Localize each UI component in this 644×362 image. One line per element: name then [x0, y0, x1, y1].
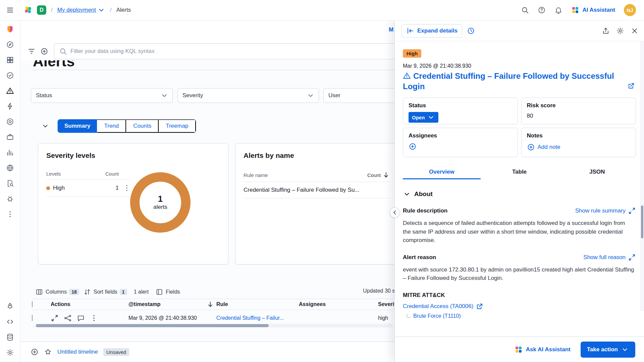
filter-sets-button[interactable]	[25, 45, 38, 58]
sidebar-item-investigations[interactable]	[6, 133, 14, 141]
sidebar-item-intelligence[interactable]	[6, 195, 14, 203]
severity-filter[interactable]: Severity	[177, 88, 319, 103]
severity-card-title: Severity levels	[46, 152, 220, 160]
fields-button[interactable]: Fields	[155, 288, 180, 296]
expand-details-button[interactable]: Expand details	[401, 24, 462, 38]
mitre-tactic-link[interactable]: Credential Access (TA0006)	[403, 302, 636, 310]
show-rule-summary-link[interactable]: Show rule summary	[575, 207, 636, 215]
add-filter-button[interactable]	[38, 45, 51, 58]
status-filter[interactable]: Status	[31, 88, 173, 103]
add-note-button[interactable]: Add note	[527, 143, 560, 151]
database-icon	[6, 333, 14, 341]
sidebar-item-dashboards[interactable]	[6, 56, 14, 64]
flyout-body: High Mar 9, 2026 @ 21:40:38.930 Credenti…	[395, 41, 644, 337]
tab-table[interactable]: Table	[481, 165, 558, 179]
sidebar-item-settings[interactable]	[6, 349, 14, 357]
severity-level-label: High	[53, 185, 65, 191]
sidebar-item-osquery[interactable]	[6, 179, 14, 187]
show-full-reason-label: Show full reason	[583, 254, 626, 261]
sidebar-item-rules[interactable]	[6, 71, 14, 79]
columns-label: Columns	[46, 289, 67, 295]
take-action-button[interactable]: Take action	[581, 342, 635, 358]
tab-overview[interactable]: Overview	[403, 165, 481, 179]
close-flyout-button[interactable]	[631, 27, 639, 35]
status-open-dropdown[interactable]: Open	[409, 112, 438, 123]
rule-description-text: Detects a sequence of failed authenticat…	[403, 219, 634, 245]
flyout-collapse-handle[interactable]	[390, 207, 400, 218]
table-columns-icon	[35, 288, 43, 296]
alerts-table-toolbar: Columns 18 Sort fields 1 1 alert Fields	[35, 287, 180, 297]
ai-assistant-button[interactable]: AI Assistant	[571, 6, 615, 14]
timeline-title-link[interactable]: Untitled timeline	[57, 349, 98, 355]
sidebar-item-get-started[interactable]	[6, 302, 14, 310]
columns-count-badge: 18	[69, 289, 79, 295]
select-all-checkbox[interactable]	[32, 301, 33, 307]
deployment-badge[interactable]: D	[37, 5, 46, 15]
show-full-reason-link[interactable]: Show full reason	[583, 253, 636, 261]
analyzer-graph-icon[interactable]	[64, 314, 72, 322]
col-header-timestamp[interactable]: @timestamp	[126, 300, 214, 308]
breadcrumb-separator: /	[51, 7, 53, 13]
row-checkbox[interactable]	[32, 315, 33, 321]
sidebar-item-discover[interactable]	[6, 41, 14, 49]
sidebar-item-findings[interactable]	[6, 102, 14, 110]
rule-description-label: Rule description	[403, 207, 447, 214]
col-header-count[interactable]: Count	[360, 171, 390, 179]
sidebar-item-explore[interactable]	[6, 148, 14, 157]
help-icon[interactable]	[538, 6, 546, 14]
collapse-section-button[interactable]	[39, 120, 51, 132]
show-rule-summary-label: Show rule summary	[575, 207, 626, 214]
sidebar-item-more[interactable]	[6, 210, 14, 218]
breadcrumb-deployment[interactable]: My deployment	[57, 6, 105, 14]
sidebar-item-cases[interactable]	[6, 118, 14, 126]
sort-descending-icon	[206, 300, 214, 308]
tab-treemap[interactable]: Treemap	[159, 119, 196, 133]
shield-check-icon	[6, 71, 14, 79]
flyout-scrollbar-thumb[interactable]	[641, 205, 643, 238]
alert-reason-label: Alert reason	[403, 254, 436, 261]
share-alert-button[interactable]	[602, 27, 610, 35]
expand-alert-icon[interactable]	[51, 314, 59, 322]
horizontal-scrollbar-thumb[interactable]	[36, 324, 269, 327]
sidebar-item-data-management[interactable]	[6, 333, 14, 341]
row-actions-button[interactable]	[119, 184, 131, 192]
notifications-icon[interactable]	[554, 6, 562, 14]
tab-json[interactable]: JSON	[558, 165, 636, 179]
avatar[interactable]: NJ	[624, 4, 636, 16]
manage-rules-link-partial[interactable]: M	[389, 26, 393, 33]
compass-icon	[6, 41, 14, 49]
alert-history-button[interactable]	[467, 27, 475, 35]
ask-ai-assistant-button[interactable]: Ask AI Assistant	[515, 346, 571, 354]
flyout-header: Expand details	[395, 20, 644, 41]
open-rule-external-icon[interactable]	[627, 82, 635, 90]
expand-diagonal-icon	[628, 253, 636, 261]
sidebar-item-alerts[interactable]	[6, 87, 14, 95]
columns-button[interactable]: Columns 18	[35, 288, 79, 296]
add-timeline-button[interactable]	[31, 348, 39, 356]
flyout-settings-button[interactable]	[616, 27, 624, 35]
more-actions-icon[interactable]	[90, 314, 98, 322]
search-icon[interactable]	[521, 6, 529, 14]
add-assignee-button[interactable]	[409, 142, 417, 150]
comment-icon[interactable]	[77, 314, 85, 322]
sidebar-item-network[interactable]	[6, 164, 14, 172]
severity-levels-card: Severity levels Levels Count High 1 1 al…	[38, 143, 228, 264]
alert-rule-link[interactable]: Credential Stuffing – Failur...	[214, 315, 297, 321]
about-section-toggle[interactable]: About	[403, 190, 636, 198]
tab-counts[interactable]: Counts	[126, 119, 159, 133]
high-severity-dot	[46, 186, 50, 190]
alert-title-link[interactable]: Credential Stuffing – Failure Followed b…	[403, 71, 636, 92]
kql-search-input[interactable]	[70, 48, 405, 55]
col-header-rule[interactable]: Rule	[214, 301, 297, 307]
kql-search-box	[54, 43, 410, 59]
sidebar-item-dev-tools[interactable]	[6, 318, 14, 326]
severity-level-count: 1	[99, 185, 119, 191]
col-header-assignees[interactable]: Assignees	[297, 301, 376, 307]
mitre-technique-link[interactable]: Brute Force (T1110)	[407, 313, 636, 319]
app-menu-icon[interactable]	[6, 6, 14, 14]
favorite-timeline-button[interactable]	[44, 348, 52, 356]
tab-summary[interactable]: Summary	[58, 119, 97, 133]
summary-view-tabs: Summary Trend Counts Treemap	[57, 119, 196, 133]
tab-trend[interactable]: Trend	[97, 119, 126, 133]
sort-fields-button[interactable]: Sort fields 1	[83, 288, 127, 296]
